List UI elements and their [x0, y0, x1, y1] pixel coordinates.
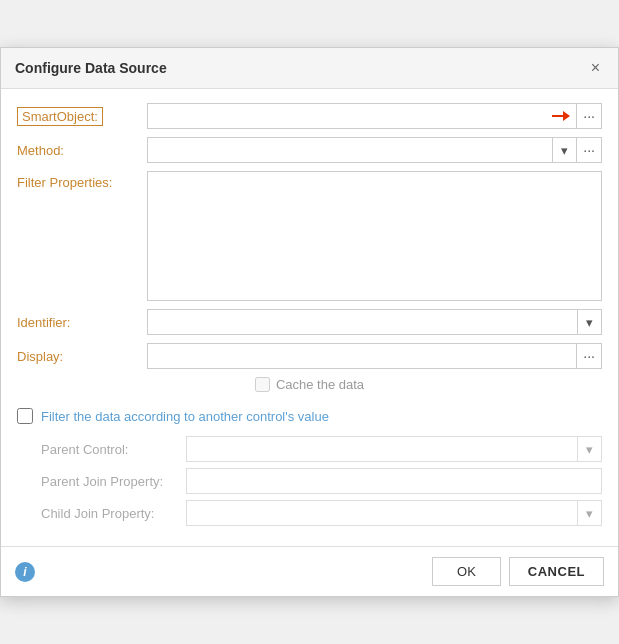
footer-buttons: OK CANCEL — [432, 557, 604, 586]
display-row: Display: ··· — [17, 343, 602, 369]
parent-control-label: Parent Control: — [41, 442, 186, 457]
identifier-input[interactable] — [148, 310, 577, 334]
cancel-button[interactable]: CANCEL — [509, 557, 604, 586]
parent-control-chevron[interactable]: ▾ — [577, 437, 601, 461]
display-input-wrapper: ··· — [147, 343, 602, 369]
smartobject-label-wrapper: SmartObject: — [17, 107, 147, 126]
identifier-chevron-button[interactable]: ▾ — [577, 310, 601, 334]
ok-button[interactable]: OK — [432, 557, 501, 586]
parent-control-wrapper: ▾ — [186, 436, 602, 462]
close-button[interactable]: × — [587, 58, 604, 78]
display-dots-button[interactable]: ··· — [576, 344, 601, 368]
dialog-footer: i OK CANCEL — [1, 546, 618, 596]
method-label: Method: — [17, 141, 147, 160]
info-icon[interactable]: i — [15, 562, 35, 582]
parent-control-input[interactable] — [187, 437, 577, 461]
filter-properties-row: Filter Properties: — [17, 171, 602, 301]
identifier-input-wrapper: ▾ — [147, 309, 602, 335]
child-join-label: Child Join Property: — [41, 506, 186, 521]
smartobject-arrow-button[interactable] — [546, 104, 576, 128]
smartobject-input-wrapper: ··· — [147, 103, 602, 129]
method-input[interactable] — [148, 138, 552, 162]
dialog-header: Configure Data Source × — [1, 48, 618, 89]
filter-check-label: Filter the data according to another con… — [41, 409, 329, 424]
method-chevron-button[interactable]: ▾ — [552, 138, 576, 162]
filter-check-row: Filter the data according to another con… — [17, 404, 602, 428]
child-join-input[interactable] — [187, 501, 577, 525]
display-input[interactable] — [148, 344, 576, 368]
dialog-body: SmartObject: ··· Method: ▾ ··· Filter Pr… — [1, 89, 618, 546]
smartobject-row: SmartObject: ··· — [17, 103, 602, 129]
child-join-chevron[interactable]: ▾ — [577, 501, 601, 525]
parent-join-label: Parent Join Property: — [41, 474, 186, 489]
method-row: Method: ▾ ··· — [17, 137, 602, 163]
arrow-right-icon — [552, 111, 570, 121]
smartobject-label: SmartObject: — [17, 107, 103, 126]
child-join-row: Child Join Property: ▾ — [17, 500, 602, 526]
parent-join-wrapper — [186, 468, 602, 494]
cache-checkbox[interactable] — [255, 377, 270, 392]
smartobject-input[interactable] — [148, 104, 546, 128]
filter-data-checkbox[interactable] — [17, 408, 33, 424]
identifier-row: Identifier: ▾ — [17, 309, 602, 335]
smartobject-dots-button[interactable]: ··· — [576, 104, 601, 128]
cache-row: Cache the data — [17, 377, 602, 392]
parent-join-row: Parent Join Property: — [17, 468, 602, 494]
cache-label: Cache the data — [276, 377, 364, 392]
dialog-title: Configure Data Source — [15, 60, 167, 76]
identifier-label: Identifier: — [17, 313, 147, 332]
method-dots-button[interactable]: ··· — [576, 138, 601, 162]
parent-control-row: Parent Control: ▾ — [17, 436, 602, 462]
parent-join-input[interactable] — [187, 469, 601, 493]
filter-properties-label: Filter Properties: — [17, 171, 147, 190]
method-input-wrapper: ▾ ··· — [147, 137, 602, 163]
configure-data-source-dialog: Configure Data Source × SmartObject: ···… — [0, 47, 619, 597]
filter-properties-textarea[interactable] — [147, 171, 602, 301]
display-label: Display: — [17, 347, 147, 366]
child-join-wrapper: ▾ — [186, 500, 602, 526]
